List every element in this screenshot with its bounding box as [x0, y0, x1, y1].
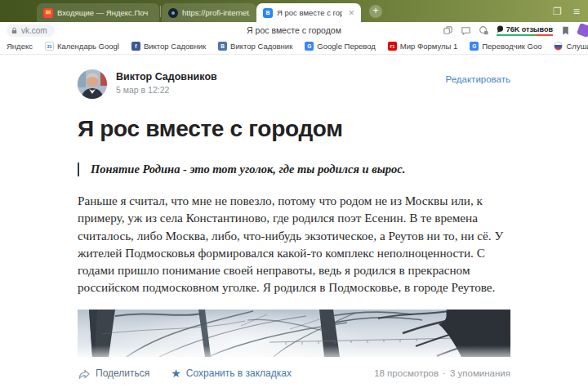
extension-icon[interactable]: [577, 23, 588, 38]
reviews-count: 76K отзывов: [506, 25, 553, 33]
avatar-photo: [78, 69, 107, 99]
bookmark-label: Календарь Googl: [57, 42, 119, 51]
facebook-icon: f: [131, 42, 140, 51]
bookmark-label: Виктор Садовник: [230, 42, 292, 51]
bookmark-google-calendar[interactable]: 31 Календарь Googl: [45, 42, 119, 51]
star-icon: ★: [171, 368, 181, 379]
author-name[interactable]: Виктор Садовников: [116, 71, 217, 82]
share-button[interactable]: Поделиться: [78, 368, 149, 380]
bookmark-formula1[interactable]: F1 Мир Формулы 1: [388, 42, 457, 51]
tab-title: https://profi-internet.geto: [182, 8, 250, 17]
bookmark-label: Переводчик Goo: [482, 42, 541, 51]
tab-vk-article[interactable]: B Я рос вместе с городо ✕: [256, 3, 361, 22]
article-title: Я рос вместе с городом: [78, 116, 510, 142]
tab-close-icon[interactable]: ✕: [348, 9, 354, 17]
stats-separator: ·: [443, 368, 446, 378]
article-quote: Понятие Родина - это тот уголок, где ты …: [78, 163, 510, 176]
tab-separator: [160, 6, 161, 17]
bookmark-radio[interactable]: Слушать пр: [554, 42, 588, 51]
page-content: Виктор Садовников 5 мар в 12:22 Редактир…: [0, 69, 588, 380]
bookmarks-bar: Яндекс 31 Календарь Googl f Виктор Садов…: [0, 38, 588, 55]
new-tab-button[interactable]: +: [369, 5, 382, 18]
russian-flag-icon: [554, 42, 563, 51]
google-translate-icon: G: [305, 42, 314, 51]
tab-yandex-mail[interactable]: ✉ Входящие — Яндекс.Поч: [37, 3, 159, 22]
bookmark-label: Яндекс: [7, 42, 33, 51]
menu-icon[interactable]: ≡: [573, 5, 580, 18]
copy-link-icon[interactable]: [443, 25, 453, 36]
vk-icon: B: [218, 42, 227, 51]
post-date: 5 мар в 12:22: [116, 85, 217, 95]
reviews-badge[interactable]: 76K отзывов: [497, 25, 553, 36]
lock-icon: [11, 27, 18, 34]
winter-trees-image: [78, 310, 510, 357]
edit-link[interactable]: Редактировать: [446, 69, 510, 84]
vk-icon: B: [263, 8, 273, 18]
article-photo[interactable]: [78, 310, 510, 357]
google-calendar-icon: 31: [45, 42, 54, 51]
f1-icon: F1: [388, 42, 397, 51]
bookmark-label: Google Перевод: [317, 42, 376, 51]
site-favicon-icon: [168, 8, 178, 18]
tab-bar: ✉ Входящие — Яндекс.Поч https://profi-in…: [0, 0, 588, 22]
avatar[interactable]: [78, 69, 107, 99]
yandex-mail-icon: ✉: [43, 8, 53, 18]
tab-title: Я рос вместе с городо: [277, 8, 342, 17]
article: Виктор Садовников 5 мар в 12:22 Редактир…: [78, 69, 510, 380]
bookmark-flag-icon[interactable]: [560, 25, 571, 36]
address-bar-page-title: Я рос вместе с городом: [247, 25, 341, 35]
article-stats: 18 просмотров · 3 упоминания: [374, 368, 510, 378]
bookmark-facebook-profile[interactable]: f Виктор Садовник: [131, 42, 206, 51]
address-bar-actions: 76K отзывов: [443, 24, 583, 36]
tab-title: Входящие — Яндекс.Поч: [57, 8, 153, 17]
mentions-count: 3 упоминания: [450, 368, 510, 378]
bookmark-label: Мир Формулы 1: [400, 42, 457, 51]
share-label: Поделиться: [96, 368, 149, 379]
views-count: 18 просмотров: [374, 368, 439, 378]
reviews-underline: [497, 34, 553, 36]
browser-window: ✉ Входящие — Яндекс.Поч https://profi-in…: [0, 0, 588, 392]
save-bookmark-button[interactable]: ★ Сохранить в закладках: [171, 368, 292, 379]
share-arrow-icon: [78, 368, 91, 380]
window-controls: ❐ ≡: [553, 0, 580, 22]
url-field[interactable]: vk.com: [7, 24, 55, 37]
save-label: Сохранить в закладках: [186, 368, 292, 379]
bookmark-vk-profile[interactable]: B Виктор Садовник: [218, 42, 292, 51]
bookmark-label: Виктор Садовник: [144, 42, 206, 51]
bookmark-google-translate[interactable]: G Google Перевод: [305, 42, 376, 51]
bookmark-translator[interactable]: G Переводчик Goo: [470, 42, 541, 51]
address-bar: vk.com Я рос вместе с городом: [0, 22, 588, 38]
article-footer: Поделиться ★ Сохранить в закладках 18 пр…: [78, 368, 510, 380]
author-row: Виктор Садовников 5 мар в 12:22 Редактир…: [78, 69, 510, 99]
author-meta: Виктор Садовников 5 мар в 12:22: [116, 69, 217, 95]
url-domain: vk.com: [21, 26, 47, 35]
tab-profi-internet[interactable]: https://profi-internet.geto: [162, 3, 256, 22]
protect-lock-icon[interactable]: [479, 25, 489, 36]
comments-icon[interactable]: [461, 25, 471, 36]
bookmark-yandex[interactable]: Яндекс: [7, 42, 33, 51]
google-translate-icon: G: [470, 42, 479, 51]
panels-icon[interactable]: ❐: [553, 6, 562, 17]
review-bubble-icon: [497, 25, 504, 33]
article-body: Раньше я считал, что мне не повезло, пот…: [78, 192, 510, 296]
bookmark-label: Слушать пр: [566, 42, 588, 51]
